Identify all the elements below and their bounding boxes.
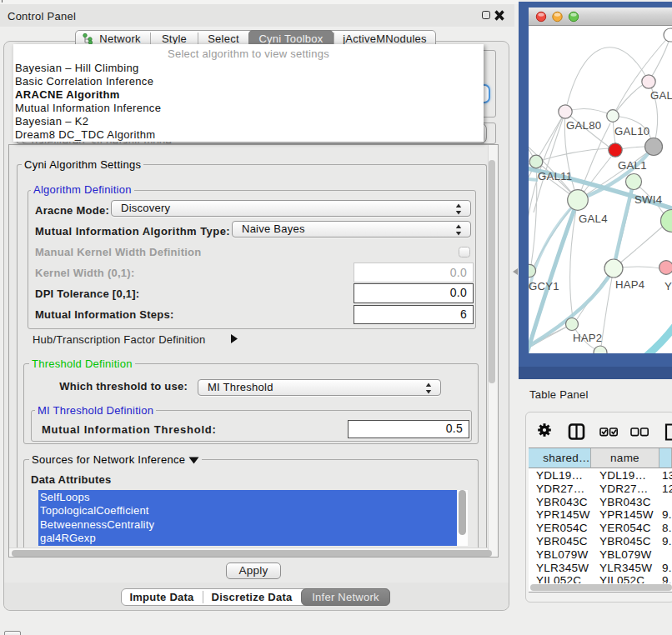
svg-text:HAP2: HAP2	[573, 332, 602, 344]
svg-text:GCY1: GCY1	[529, 280, 559, 292]
svg-text:GAL4: GAL4	[579, 212, 608, 225]
svg-text:GAL: GAL	[650, 89, 672, 102]
svg-text:GAL80: GAL80	[566, 119, 601, 132]
svg-text:GAL11: GAL11	[538, 170, 572, 182]
svg-text:GAL10: GAL10	[614, 125, 649, 138]
svg-text:Y: Y	[664, 280, 672, 292]
svg-text:SWI4: SWI4	[634, 193, 662, 206]
svg-text:HAP4: HAP4	[615, 278, 644, 291]
svg-text:GAL1: GAL1	[618, 159, 647, 172]
